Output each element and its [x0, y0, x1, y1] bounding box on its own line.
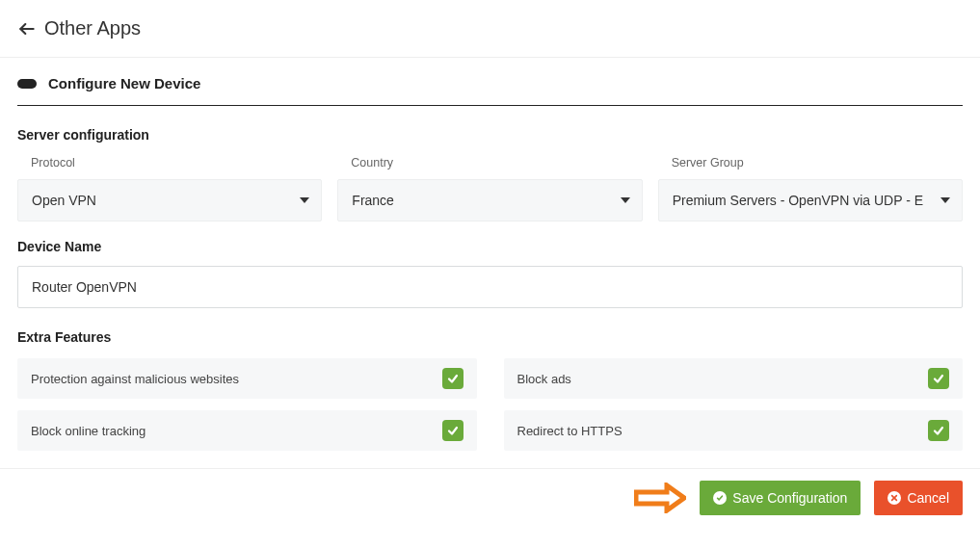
top-header: Other Apps: [0, 0, 980, 58]
actions-row: Save Configuration Cancel: [17, 469, 963, 527]
close-circle-icon: [887, 491, 901, 505]
server-config-row: Protocol Open VPN Country France Server …: [17, 156, 963, 222]
feature-label: Redirect to HTTPS: [517, 424, 622, 438]
save-configuration-button[interactable]: Save Configuration: [700, 481, 861, 515]
feature-redirect-https: Redirect to HTTPS: [504, 410, 964, 451]
section-header: Configure New Device: [17, 75, 963, 106]
svg-marker-2: [621, 197, 630, 203]
feature-checkbox[interactable]: [928, 368, 949, 389]
protocol-field: Protocol Open VPN: [17, 156, 322, 222]
feature-checkbox[interactable]: [442, 420, 464, 441]
country-select[interactable]: France: [337, 179, 642, 222]
country-label: Country: [337, 156, 642, 170]
caret-down-icon: [940, 193, 950, 208]
feature-label: Protection against malicious websites: [31, 372, 239, 386]
caret-down-icon: [621, 193, 630, 208]
content-area: Configure New Device Server configuratio…: [0, 58, 980, 527]
cancel-label: Cancel: [907, 490, 949, 506]
server-config-label: Server configuration: [17, 127, 963, 143]
feature-protection: Protection against malicious websites: [17, 358, 477, 399]
protocol-select[interactable]: Open VPN: [17, 179, 322, 222]
device-name-input[interactable]: [17, 266, 963, 308]
device-name-label: Device Name: [17, 239, 963, 254]
extra-features-label: Extra Features: [17, 329, 963, 345]
protocol-label: Protocol: [17, 156, 322, 170]
page-title: Other Apps: [44, 17, 141, 39]
save-label: Save Configuration: [732, 490, 847, 506]
arrow-pointer-icon: [634, 483, 686, 513]
feature-checkbox[interactable]: [928, 420, 949, 441]
section-title: Configure New Device: [48, 75, 200, 91]
cancel-button[interactable]: Cancel: [874, 481, 963, 515]
svg-marker-1: [300, 197, 309, 203]
feature-checkbox[interactable]: [442, 368, 464, 389]
country-field: Country France: [337, 156, 642, 222]
caret-down-icon: [300, 193, 309, 208]
country-value: France: [352, 193, 394, 208]
server-group-field: Server Group Premium Servers - OpenVPN v…: [658, 156, 963, 222]
server-group-label: Server Group: [658, 156, 963, 170]
protocol-value: Open VPN: [32, 193, 96, 208]
svg-marker-3: [940, 197, 950, 203]
server-group-value: Premium Servers - OpenVPN via UDP - E: [673, 193, 923, 208]
features-grid: Protection against malicious websites Bl…: [17, 358, 963, 451]
feature-label: Block online tracking: [31, 424, 146, 438]
feature-block-ads: Block ads: [504, 358, 964, 399]
section-pill-icon: [17, 79, 37, 89]
feature-label: Block ads: [517, 372, 571, 386]
check-circle-icon: [713, 491, 727, 505]
server-group-select[interactable]: Premium Servers - OpenVPN via UDP - E: [658, 179, 963, 222]
back-arrow-icon[interactable]: [17, 19, 37, 39]
feature-block-tracking: Block online tracking: [17, 410, 477, 451]
